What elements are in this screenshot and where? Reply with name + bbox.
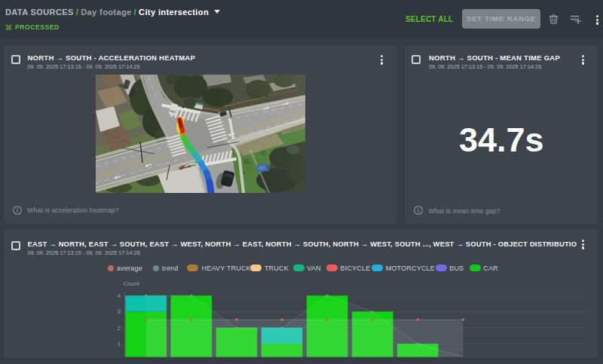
svg-text:2: 2 <box>118 325 121 332</box>
svg-text:4: 4 <box>118 292 121 299</box>
svg-text:1: 1 <box>118 341 121 347</box>
svg-text:3: 3 <box>118 308 121 315</box>
svg-text:Count: Count <box>124 280 140 287</box>
